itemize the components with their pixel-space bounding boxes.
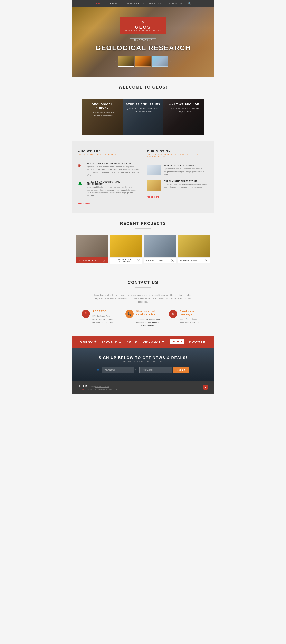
newsletter-title: SIGN UP BELOW TO GET NEWS & DEALS! <box>76 356 210 360</box>
welcome-title: WELCOME TO GEOS! <box>76 85 210 90</box>
footer-youtube[interactable]: YOU TUBE <box>109 389 119 391</box>
project-card-4: ET HARUM QUIDEM + <box>178 235 210 264</box>
email-icon: ✉ <box>135 368 137 371</box>
partners-bar: GABRO ✦ INDUSTRIX RAPID DIPLOMAT ✦ GLOBO… <box>71 336 215 348</box>
nav-contacts[interactable]: CONTACTS <box>169 2 183 5</box>
address-line-3: United States of America <box>92 321 114 324</box>
welcome-section: WELCOME TO GEOS! GEOLOGICAL SURVEY UT EN… <box>71 77 215 142</box>
mission-feature-2: QUI BLANDITIS PRAESENTIUM Ducimus qui bl… <box>147 180 208 191</box>
hero-thumb-3[interactable] <box>152 56 168 67</box>
project-img-3 <box>144 235 176 258</box>
projects-divider <box>135 228 151 229</box>
address-label: ADDRESS <box>92 310 114 313</box>
footer: GEOS © 2015 PRIVACY POLICY FLICKR GOOGLE… <box>71 381 215 394</box>
main-nav: HOME / ABOUT / SERVICES / PROJECTS / CON… <box>71 0 215 7</box>
scroll-to-top-button[interactable]: ▲ <box>203 384 208 390</box>
contact-email-row: ✉ Send us a message: contact@demolink.or… <box>169 310 204 324</box>
card-text-3: MASSA LAOREETUM SEO QUIA NON NUMQUAM EIU… <box>167 108 201 113</box>
logo-subtitle: GEOLOGICAL RESEARCH COMPANY <box>125 30 161 31</box>
who-ft-body-1: Signissimus ducimus qui blanditis praese… <box>87 166 139 177</box>
contact-title: CONTACT US <box>78 280 208 285</box>
who-ft-title-1: AT VERO EOS ET ACCUSAMUS ET IUSTO <box>87 162 139 165</box>
who-feature-1: AT VERO EOS ET ACCUSAMUS ET IUSTO Signis… <box>78 162 139 177</box>
card-title-1: GEOLOGICAL SURVEY <box>85 103 119 110</box>
nav-projects[interactable]: PROJECTS <box>147 2 161 5</box>
mission-more-info[interactable]: MORE INFO <box>147 196 159 198</box>
footer-google-plus[interactable]: GOOGLE+ <box>87 389 96 391</box>
who-feature-text-2: LOREM IPSUM DOLOR SIT AMET CONSECTETUR D… <box>87 181 139 197</box>
partner-industrix: INDUSTRIX <box>102 340 121 343</box>
search-icon[interactable]: 🔍 <box>188 2 191 5</box>
who-mission-section: WHO WE ARE EXERCITATIONEM ULLAM CORPORIS… <box>71 142 215 213</box>
phone-label: Give us a call or send us a fax: <box>136 310 161 316</box>
projects-grid: LOREM IPSUM DOLOR + EXCEPTURI SINT OCCAE… <box>76 235 210 264</box>
card-text-2: QUIS AUTE IRURE DOLOR ULLAMCO LABORIS NI… <box>126 108 160 113</box>
who-ft-body-2: Ducimus qui blanditis praesentium volupt… <box>87 186 139 197</box>
contact-phone-row: 📞 Give us a call or send us a fax: Freep… <box>125 310 161 328</box>
nav-home[interactable]: HOME <box>95 2 102 5</box>
mission-feature-text-1: WERO EOS ET ACCUSAMUS ET Signissimus duc… <box>164 164 208 176</box>
hero-thumb-1[interactable] <box>118 56 134 67</box>
phone-icon: 📞 <box>125 310 134 318</box>
hero-section: ⚒ GEOS GEOLOGICAL RESEARCH COMPANY INNOV… <box>71 7 215 77</box>
card-text-1: UT ENIM AD MINIMA ALIQUAM QUAERAT VOLUPT… <box>85 111 119 117</box>
project-plus-icon-2[interactable]: + <box>137 259 140 262</box>
hero-tag: INNOVATIVE <box>130 38 155 42</box>
newsletter-submit-button[interactable]: submit <box>173 367 189 373</box>
card-content-3: WHAT WE PROVIDE MASSA LAOREETUM SEO QUIA… <box>163 98 204 117</box>
who-title: WHO WE ARE <box>78 150 139 153</box>
contact-address-text: ADDRESS 9870 St Vincent Place, Los Angel… <box>92 310 114 324</box>
project-plus-icon-1[interactable]: + <box>103 258 106 262</box>
hero-thumb-2[interactable] <box>135 56 151 67</box>
footer-twitter[interactable]: TWITTER <box>98 389 107 391</box>
newsletter-email-input[interactable] <box>139 367 172 373</box>
email-label: Send us a message: <box>180 310 204 316</box>
contact-description: Loremipsum dolor sit amet, consectetur a… <box>92 294 194 304</box>
newsletter-section: SIGN UP BELOW TO GET NEWS & DEALS! SUBSC… <box>71 348 215 381</box>
welcome-divider <box>135 92 151 92</box>
nav-about[interactable]: ABOUT <box>110 2 119 5</box>
who-more-info[interactable]: MORE INFO <box>78 202 90 204</box>
contact-phone-card: 📞 Give us a call or send us a fax: Freep… <box>121 310 165 328</box>
who-feature-text-1: AT VERO EOS ET ACCUSAMUS ET IUSTO Signis… <box>87 162 139 177</box>
nav-sep-2: / <box>122 2 123 5</box>
newsletter-name-input[interactable] <box>101 367 134 373</box>
partner-rapid: RAPID <box>126 340 137 343</box>
project-label-4: ET HARUM QUIDEM + <box>178 258 210 263</box>
footer-copy: © 2015 <box>90 386 95 388</box>
who-ft-title-2: LOREM IPSUM DOLOR SIT AMET CONSECTETUR <box>87 181 139 185</box>
email-1: contact@demolink.org <box>180 318 204 321</box>
who-feature-2: LOREM IPSUM DOLOR SIT AMET CONSECTETUR D… <box>78 181 139 197</box>
projects-title: RECENT PROJECTS <box>76 221 210 226</box>
project-label-1: LOREM IPSUM DOLOR + <box>76 258 108 263</box>
footer-brand: GEOS <box>78 384 89 388</box>
card-content-2: STUDIES AND ISSUES QUIS AUTE IRURE DOLOR… <box>123 98 163 117</box>
logo-icon: ⚒ <box>125 20 161 24</box>
contact-address-row: 📍 ADDRESS 9870 St Vincent Place, Los Ang… <box>82 310 117 324</box>
mission-img-1 <box>147 164 161 175</box>
partner-globo: GLOBO <box>170 340 184 344</box>
project-label-text-2: EXCEPTURI SINT OCCAECATI <box>112 259 137 262</box>
card-content-1: GEOLOGICAL SURVEY UT ENIM AD MINIMA ALIQ… <box>82 98 123 121</box>
project-plus-icon-3[interactable]: + <box>171 259 174 262</box>
contact-address-card: 📍 ADDRESS 9870 St Vincent Place, Los Ang… <box>78 310 121 328</box>
footer-social-links: FLICKR GOOGLE+ TWITTER YOU TUBE <box>78 389 119 391</box>
footer-flickr[interactable]: FLICKR <box>78 389 85 391</box>
project-label-text-4: ET HARUM QUIDEM <box>180 260 197 262</box>
project-card-1: LOREM IPSUM DOLOR + <box>76 235 108 264</box>
project-plus-icon-4[interactable]: + <box>205 259 208 262</box>
project-img-1 <box>76 235 108 258</box>
footer-privacy[interactable]: PRIVACY POLICY <box>95 386 109 388</box>
recent-projects-section: RECENT PROJECTS LOREM IPSUM DOLOR + EXCE… <box>71 213 215 272</box>
hero-text: INNOVATIVE GEOLOGICAL RESEARCH <box>95 38 191 52</box>
hero-prev-arrow[interactable]: ‹ <box>114 59 117 64</box>
mission-title: OUR MISSION <box>147 150 208 153</box>
logo-title: GEOS <box>125 24 161 30</box>
partner-foower: FOOWER <box>189 340 206 343</box>
our-mission-col: OUR MISSION LOREM IPSUM DOLOR SIT AMET, … <box>147 150 208 205</box>
hero-next-arrow[interactable]: › <box>169 59 172 64</box>
mission-subtitle: LOREM IPSUM DOLOR SIT AMET, CONSECTETUR … <box>147 154 208 161</box>
nav-services[interactable]: SERVICES <box>127 2 140 5</box>
who-subtitle: EXERCITATIONEM ULLAM CORPORIS <box>78 154 139 159</box>
card-title-2: STUDIES AND ISSUES <box>126 103 160 106</box>
